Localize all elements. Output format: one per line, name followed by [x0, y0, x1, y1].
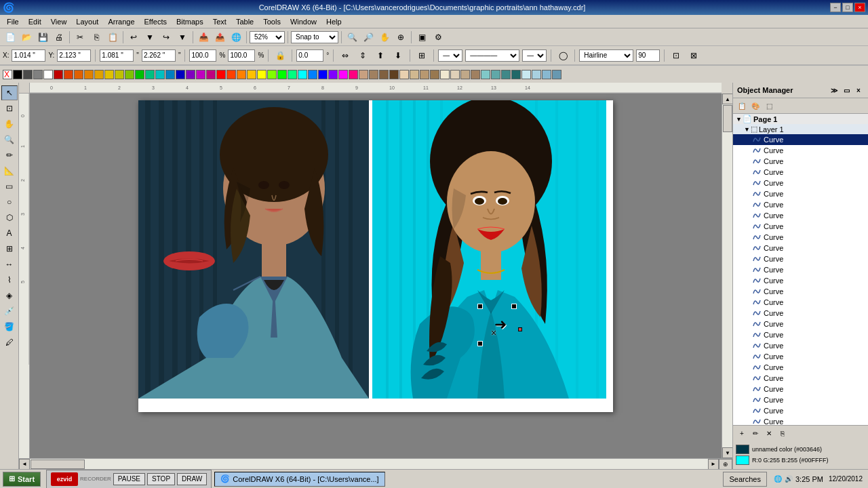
color-black[interactable] — [13, 70, 22, 79]
color-skyblue-1[interactable] — [521, 70, 531, 79]
menu-view[interactable]: View — [47, 16, 71, 27]
curve-item-9[interactable]: Curve — [733, 232, 868, 243]
x-input[interactable] — [12, 49, 45, 62]
align-button[interactable]: ⊞ — [414, 48, 429, 63]
zoom-in-button[interactable]: 🔍 — [344, 30, 359, 45]
color-amber[interactable] — [94, 70, 104, 79]
color-skin-3[interactable] — [379, 70, 389, 79]
full-screen-preview[interactable]: ▣ — [414, 30, 429, 45]
color-peach-4[interactable] — [430, 70, 439, 79]
copy-button[interactable]: ⎘ — [89, 30, 104, 45]
network-icon[interactable]: 🌐 — [774, 475, 782, 483]
handle-ml[interactable] — [477, 341, 483, 346]
menu-table[interactable]: Table — [232, 16, 258, 27]
color-yellow-green[interactable] — [115, 70, 124, 79]
no-color-swatch[interactable] — [3, 70, 12, 79]
color-cyan[interactable] — [298, 70, 307, 79]
color-peach-1[interactable] — [399, 70, 409, 79]
lips-element[interactable] — [162, 249, 216, 273]
tree-page[interactable]: ▼ 📄 Page 1 — [733, 114, 868, 124]
curve-item-26[interactable]: Curve — [733, 416, 868, 425]
eyedropper-tool[interactable]: 💉 — [1, 304, 18, 319]
undo-list-button[interactable]: ▼ — [142, 30, 157, 45]
color-blue-bright[interactable] — [318, 70, 328, 79]
curve-item-8[interactable]: Curve — [733, 221, 868, 232]
select-tool[interactable]: ↖ — [1, 85, 18, 100]
color-lime[interactable] — [125, 70, 134, 79]
curve-item-2[interactable]: Curve — [733, 156, 868, 167]
new-button[interactable]: 📄 — [3, 30, 18, 45]
color-dark-gray[interactable] — [23, 70, 33, 79]
curve-item-22[interactable]: Curve — [733, 373, 868, 384]
menu-tools[interactable]: Tools — [259, 16, 285, 27]
color-orange-bright[interactable] — [237, 70, 246, 79]
menu-effects[interactable]: Effects — [140, 16, 171, 27]
color-orange[interactable] — [74, 70, 83, 79]
color-skin-1[interactable] — [359, 70, 368, 79]
color-cream-1[interactable] — [440, 70, 450, 79]
publish-button[interactable]: 🌐 — [229, 30, 243, 45]
curve-item-20[interactable]: Curve — [733, 351, 868, 362]
curve-item-17[interactable]: Curve — [733, 319, 868, 329]
color-chartreuse[interactable] — [267, 70, 277, 79]
color-green[interactable] — [135, 70, 144, 79]
color-green-bright[interactable] — [277, 70, 287, 79]
color-blue-light[interactable] — [165, 70, 175, 79]
hand-tool[interactable]: ✋ — [377, 30, 392, 45]
layer-expand-icon[interactable]: ▼ — [744, 126, 751, 133]
color-rose[interactable] — [349, 70, 358, 79]
color-spring-green[interactable] — [288, 70, 297, 79]
color-azure[interactable] — [308, 70, 317, 79]
zoom-out-button[interactable]: 🔎 — [361, 30, 376, 45]
color-teal-1[interactable] — [481, 70, 490, 79]
redo-button[interactable]: ↪ — [159, 30, 174, 45]
color-skin-2[interactable] — [369, 70, 378, 79]
color-skyblue-2[interactable] — [532, 70, 541, 79]
menu-layout[interactable]: Layout — [72, 16, 102, 27]
color-teal[interactable] — [145, 70, 155, 79]
rect-tool[interactable]: ▭ — [1, 179, 18, 194]
blend-tool[interactable]: ◈ — [1, 288, 18, 303]
color-dark-orange[interactable] — [84, 70, 94, 79]
snap-to-select[interactable]: Snap to — [291, 31, 338, 43]
tree-layer[interactable]: ▼ ⬚ Layer 1 — [733, 124, 868, 134]
curve-item-1[interactable]: Curve — [733, 145, 868, 156]
om-layer-manager[interactable]: ⬚ — [763, 100, 775, 112]
color-skyblue-4[interactable] — [552, 70, 561, 79]
om-new-layer-button[interactable]: + — [736, 427, 748, 439]
panel-close-button[interactable]: × — [853, 85, 864, 96]
curve-item-7[interactable]: Curve — [733, 210, 868, 221]
color-magenta[interactable] — [338, 70, 348, 79]
color-teal-3[interactable] — [501, 70, 511, 79]
control-point[interactable] — [518, 327, 522, 331]
table-tool[interactable]: ⊞ — [1, 241, 18, 256]
zoom-view-button[interactable]: ⊕ — [719, 459, 732, 470]
handle-tl[interactable] — [477, 304, 483, 309]
polygon-tool[interactable]: ⬡ — [1, 210, 18, 225]
color-dark-red[interactable] — [54, 70, 63, 79]
curve-item-10[interactable]: Curve — [733, 243, 868, 253]
searches-button[interactable]: Searches — [723, 472, 766, 487]
height-input[interactable] — [142, 49, 176, 62]
y-input[interactable] — [57, 49, 91, 62]
zoom-tool[interactable]: ⊕ — [393, 30, 408, 45]
menu-window[interactable]: Window — [286, 16, 321, 27]
export-button[interactable]: 📤 — [212, 30, 227, 45]
zoom-select[interactable]: 52% 100% 50% 25% — [250, 31, 285, 43]
hscroll-track[interactable] — [30, 459, 708, 470]
color-red[interactable] — [216, 70, 226, 79]
curve-item-14[interactable]: Curve — [733, 286, 868, 297]
om-edit-button[interactable]: ✏ — [749, 427, 762, 439]
om-color-override[interactable]: 🎨 — [749, 100, 762, 112]
save-button[interactable]: 💾 — [35, 30, 50, 45]
options-button[interactable]: ⚙ — [431, 30, 446, 45]
smart-draw[interactable]: 📐 — [1, 163, 18, 178]
curve-item-23[interactable]: Curve — [733, 384, 868, 394]
color-teal-4[interactable] — [511, 70, 521, 79]
panel-options-button[interactable]: ▭ — [841, 85, 852, 96]
angle-input[interactable] — [296, 49, 323, 62]
lock-ratio-button[interactable]: 🔒 — [273, 48, 288, 63]
behind-fill-button[interactable]: ⊡ — [669, 48, 684, 63]
open-button[interactable]: 📂 — [19, 30, 34, 45]
color-purple[interactable] — [186, 70, 195, 79]
